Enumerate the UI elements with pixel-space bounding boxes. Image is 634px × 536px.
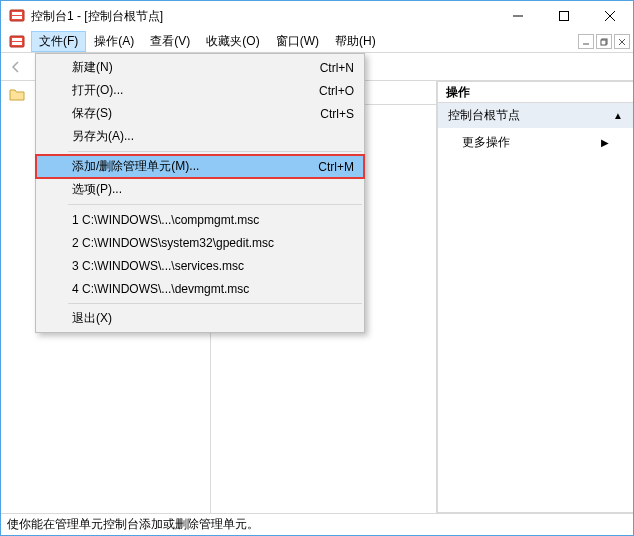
menu-item-label: 添加/删除管理单元(M)... xyxy=(72,158,199,175)
file-menu-dropdown: 新建(N) Ctrl+N 打开(O)... Ctrl+O 保存(S) Ctrl+… xyxy=(35,53,365,333)
mmc-small-icon xyxy=(1,31,31,52)
svg-rect-0 xyxy=(10,10,24,21)
menu-window[interactable]: 窗口(W) xyxy=(268,31,327,52)
actions-pane-title: 操作 xyxy=(437,81,633,103)
menu-item-shortcut: Ctrl+M xyxy=(318,160,354,174)
menu-item-open[interactable]: 打开(O)... Ctrl+O xyxy=(36,79,364,102)
collapse-up-icon: ▲ xyxy=(613,110,623,121)
actions-more-label: 更多操作 xyxy=(462,134,510,151)
menu-item-label: 4 C:\WINDOWS\...\devmgmt.msc xyxy=(72,282,249,296)
svg-rect-8 xyxy=(12,38,22,41)
menu-item-save[interactable]: 保存(S) Ctrl+S xyxy=(36,102,364,125)
close-button[interactable] xyxy=(587,1,633,31)
menu-item-label: 2 C:\WINDOWS\system32\gpedit.msc xyxy=(72,236,274,250)
mdi-close-button[interactable] xyxy=(614,34,630,49)
chevron-right-icon: ▶ xyxy=(601,137,609,148)
svg-rect-4 xyxy=(560,12,569,21)
svg-rect-9 xyxy=(12,42,22,45)
mmc-window: 控制台1 - [控制台根节点] 文件(F) 操作(A) 查看(V) 收藏夹(O)… xyxy=(0,0,634,536)
menu-item-shortcut: Ctrl+O xyxy=(319,84,354,98)
titlebar: 控制台1 - [控制台根节点] xyxy=(1,1,633,31)
menu-item-shortcut: Ctrl+N xyxy=(320,61,354,75)
actions-heading-label: 控制台根节点 xyxy=(448,107,520,124)
menu-item-label: 退出(X) xyxy=(72,310,112,327)
svg-rect-1 xyxy=(12,12,22,15)
menu-item-add-remove-snapin[interactable]: 添加/删除管理单元(M)... Ctrl+M xyxy=(36,155,364,178)
menu-item-recent-2[interactable]: 2 C:\WINDOWS\system32\gpedit.msc xyxy=(36,231,364,254)
svg-rect-7 xyxy=(10,36,24,47)
actions-heading[interactable]: 控制台根节点 ▲ xyxy=(438,103,633,128)
menu-item-label: 3 C:\WINDOWS\...\services.msc xyxy=(72,259,244,273)
menu-item-recent-3[interactable]: 3 C:\WINDOWS\...\services.msc xyxy=(36,254,364,277)
mdi-restore-button[interactable] xyxy=(596,34,612,49)
svg-rect-2 xyxy=(12,16,22,19)
mdi-controls xyxy=(578,31,633,52)
menubar: 文件(F) 操作(A) 查看(V) 收藏夹(O) 窗口(W) 帮助(H) xyxy=(1,31,633,53)
maximize-button[interactable] xyxy=(541,1,587,31)
mdi-minimize-button[interactable] xyxy=(578,34,594,49)
menu-view[interactable]: 查看(V) xyxy=(142,31,198,52)
menu-item-label: 1 C:\WINDOWS\...\compmgmt.msc xyxy=(72,213,259,227)
menu-file[interactable]: 文件(F) xyxy=(31,31,86,52)
menu-item-save-as[interactable]: 另存为(A)... xyxy=(36,125,364,148)
menu-separator xyxy=(68,151,362,152)
menu-item-new[interactable]: 新建(N) Ctrl+N xyxy=(36,56,364,79)
menu-item-label: 另存为(A)... xyxy=(72,128,134,145)
menu-separator xyxy=(68,303,362,304)
svg-rect-12 xyxy=(601,40,606,45)
menu-item-exit[interactable]: 退出(X) xyxy=(36,307,364,330)
menu-action[interactable]: 操作(A) xyxy=(86,31,142,52)
menu-item-label: 保存(S) xyxy=(72,105,112,122)
menu-item-label: 打开(O)... xyxy=(72,82,123,99)
menu-item-recent-4[interactable]: 4 C:\WINDOWS\...\devmgmt.msc xyxy=(36,277,364,300)
statusbar: 使你能在管理单元控制台添加或删除管理单元。 xyxy=(1,513,633,535)
menu-item-label: 选项(P)... xyxy=(72,181,122,198)
menu-favorites[interactable]: 收藏夹(O) xyxy=(198,31,267,52)
menu-item-recent-1[interactable]: 1 C:\WINDOWS\...\compmgmt.msc xyxy=(36,208,364,231)
menu-separator xyxy=(68,204,362,205)
mmc-app-icon xyxy=(9,8,25,24)
nav-back-button[interactable] xyxy=(5,56,27,78)
actions-more[interactable]: 更多操作 ▶ xyxy=(438,128,633,157)
folder-icon xyxy=(9,87,25,101)
minimize-button[interactable] xyxy=(495,1,541,31)
window-title: 控制台1 - [控制台根节点] xyxy=(31,8,495,25)
menu-item-label: 新建(N) xyxy=(72,59,113,76)
menu-item-shortcut: Ctrl+S xyxy=(320,107,354,121)
actions-body: 控制台根节点 ▲ 更多操作 ▶ xyxy=(437,103,633,513)
menu-help[interactable]: 帮助(H) xyxy=(327,31,384,52)
statusbar-text: 使你能在管理单元控制台添加或删除管理单元。 xyxy=(7,516,259,533)
menu-item-options[interactable]: 选项(P)... xyxy=(36,178,364,201)
actions-pane: 操作 控制台根节点 ▲ 更多操作 ▶ xyxy=(437,81,633,513)
